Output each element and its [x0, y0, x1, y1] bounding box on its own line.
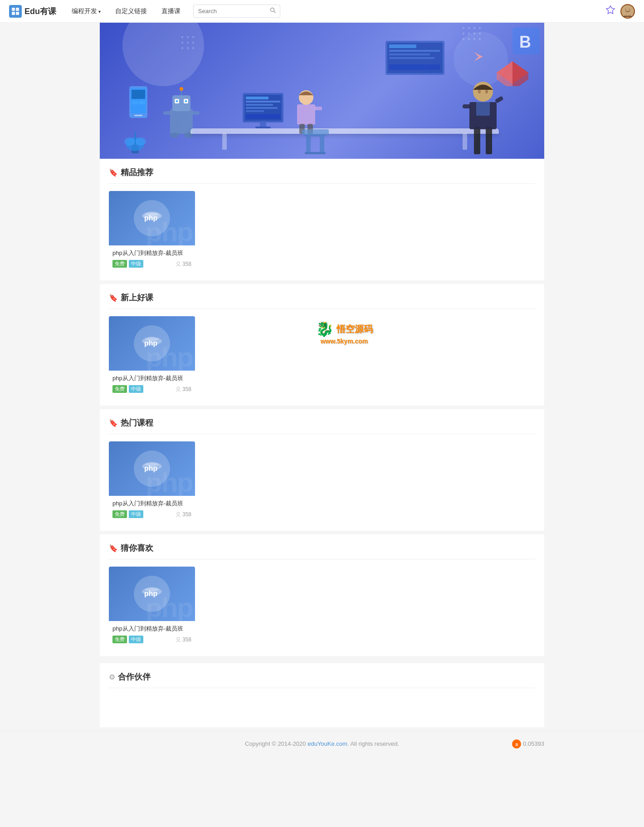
svg-rect-37	[163, 111, 171, 115]
featured-section: 🔖 精品推荐 php php	[100, 159, 544, 280]
svg-rect-57	[302, 129, 329, 135]
svg-rect-12	[181, 42, 183, 44]
svg-rect-80	[468, 27, 470, 29]
hero-scene: B	[100, 23, 544, 159]
featured-section-header: 🔖 精品推荐	[109, 159, 535, 184]
svg-rect-13	[187, 42, 189, 44]
svg-rect-20	[134, 115, 142, 116]
svg-rect-88	[468, 38, 470, 40]
svg-rect-64	[389, 50, 440, 52]
svg-point-8	[626, 8, 629, 11]
course-meta: 免费 中级 358	[112, 260, 191, 268]
navbar: Edu有课 编程开发 自定义链接 直播课	[0, 0, 644, 23]
bg-text-4: php	[146, 592, 193, 621]
hero-pointer-icon	[463, 50, 485, 64]
hero-b-icon: B	[512, 27, 540, 54]
svg-point-75	[478, 90, 481, 93]
new-tag-free: 免费	[112, 385, 127, 393]
nav-item-custom-link[interactable]: 自定义链接	[109, 4, 153, 19]
wishlist-icon[interactable]	[605, 5, 616, 18]
search-box	[193, 5, 280, 18]
hot-section-header: 🔖 热门课程	[109, 409, 535, 434]
footer-copyright: Copyright © 2014-2020 eduYouKe.com. All …	[245, 740, 399, 747]
svg-text:京: 京	[515, 742, 519, 746]
svg-point-100	[177, 512, 180, 515]
hero-floating-screen	[385, 41, 444, 77]
hero-phone-icon	[127, 86, 150, 122]
new-course-info: php从入门到精放弃-裁员班 免费 中级 3	[109, 371, 195, 396]
hot-course-students: 358	[176, 511, 191, 518]
recommended-course-grid: php php php从入门到精放弃-裁员班 免费 中级	[109, 567, 535, 647]
svg-rect-89	[473, 38, 475, 40]
svg-rect-47	[246, 110, 264, 112]
svg-rect-49	[260, 122, 266, 127]
user-avatar[interactable]	[620, 4, 635, 19]
footer-inner: Copyright © 2014-2020 eduYouKe.com. All …	[100, 740, 544, 747]
recommended-section-header: 🔖 猜你喜欢	[109, 534, 535, 559]
nav-item-live[interactable]: 直播课	[155, 4, 187, 19]
svg-point-27	[135, 137, 146, 146]
course-info: php从入门到精放弃-裁员班 免费 中级 3	[109, 245, 195, 271]
svg-rect-83	[463, 33, 464, 34]
hot-tag-level: 中级	[129, 510, 143, 518]
svg-rect-22	[132, 101, 138, 104]
svg-rect-84	[468, 33, 470, 34]
featured-title: 精品推荐	[121, 167, 153, 178]
partner-section: ⚙ 合作伙伴	[100, 663, 544, 727]
svg-rect-50	[255, 127, 271, 128]
beian-badge: 京 0.05393	[512, 739, 544, 749]
featured-course-grid: php php php从入门到精放弃-裁员班 免费 中级	[109, 191, 535, 271]
new-courses-section: 🔖 新上好课 php php	[100, 284, 544, 406]
svg-rect-15	[181, 47, 183, 49]
new-course-name: php从入门到精放弃-裁员班	[112, 374, 191, 382]
svg-point-26	[124, 137, 135, 146]
recommended-course-card[interactable]: php php php从入门到精放弃-裁员班 免费 中级	[109, 567, 195, 647]
main-content: B	[100, 23, 544, 727]
footer-brand-link[interactable]: eduYouKe.com	[307, 740, 347, 747]
brand-logo[interactable]: Edu有课	[9, 5, 56, 18]
hot-course-meta: 免费 中级 358	[112, 510, 191, 518]
svg-rect-44	[246, 101, 280, 103]
svg-rect-68	[474, 127, 480, 154]
svg-rect-87	[463, 38, 464, 40]
recommended-course-meta: 免费 中级 358	[112, 636, 191, 643]
logo-icon	[9, 5, 22, 18]
featured-course-card[interactable]: php php php从入门到精放弃-裁员班 免费 中级	[109, 191, 195, 271]
hot-courses-section: 🔖 热门课程 php php	[100, 409, 544, 531]
svg-rect-38	[191, 111, 200, 115]
hot-course-card[interactable]: php php php从入门到精放弃-裁员班 免费 中级	[109, 441, 195, 522]
hot-bookmark-icon: 🔖	[109, 419, 118, 427]
svg-rect-10	[187, 36, 189, 38]
hero-person1-icon	[290, 84, 322, 134]
svg-rect-72	[463, 104, 471, 108]
svg-point-103	[177, 637, 180, 640]
recommended-course-name: php从入门到精放弃-裁员班	[112, 625, 191, 633]
nav-menu: 编程开发 自定义链接 直播课	[65, 4, 605, 19]
recommended-section: 🔖 猜你喜欢 php php	[100, 534, 544, 656]
svg-rect-67	[389, 64, 440, 70]
svg-rect-90	[479, 38, 481, 40]
svg-rect-81	[473, 27, 475, 29]
svg-rect-43	[246, 97, 268, 99]
search-input[interactable]	[194, 5, 266, 17]
svg-text:B: B	[519, 33, 531, 51]
new-section-header: 🔖 新上好课	[109, 284, 535, 309]
svg-rect-23	[139, 101, 145, 104]
svg-rect-48	[246, 114, 280, 119]
hot-course-tags: 免费 中级	[112, 510, 143, 518]
tag-free: 免费	[112, 260, 127, 268]
footer: Copyright © 2014-2020 eduYouKe.com. All …	[0, 731, 644, 756]
hero-3d-shape	[494, 59, 531, 86]
recommended-course-students: 358	[176, 636, 191, 643]
new-course-card[interactable]: php php php从入门到精放弃-裁员班 免费 中级	[109, 316, 195, 396]
svg-rect-16	[187, 47, 189, 49]
search-button[interactable]	[266, 5, 280, 17]
svg-rect-71	[476, 102, 490, 116]
svg-rect-58	[306, 137, 311, 152]
recommended-bookmark-icon: 🔖	[109, 544, 118, 553]
partner-title: 合作伙伴	[118, 671, 151, 682]
hero-monitor-icon	[240, 93, 286, 134]
partner-header: ⚙ 合作伙伴	[109, 663, 535, 688]
beian-icon: 京	[512, 739, 521, 749]
nav-item-programming[interactable]: 编程开发	[65, 4, 107, 19]
